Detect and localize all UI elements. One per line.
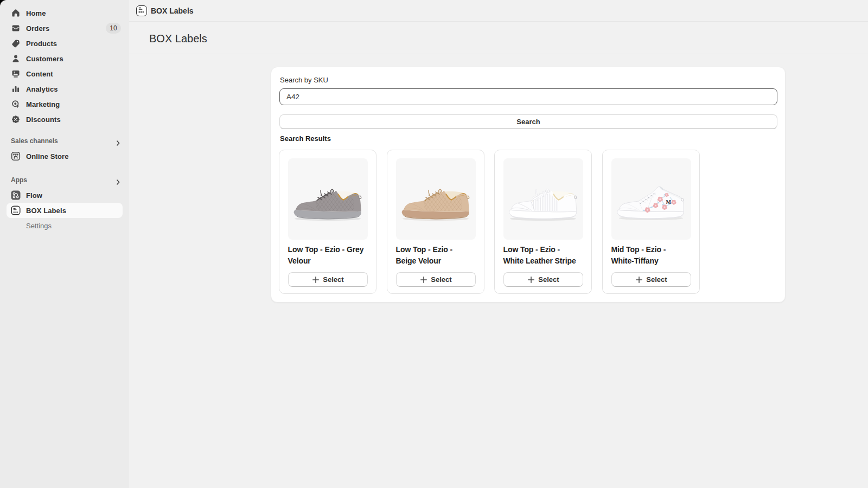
svg-text:M: M	[666, 199, 672, 205]
